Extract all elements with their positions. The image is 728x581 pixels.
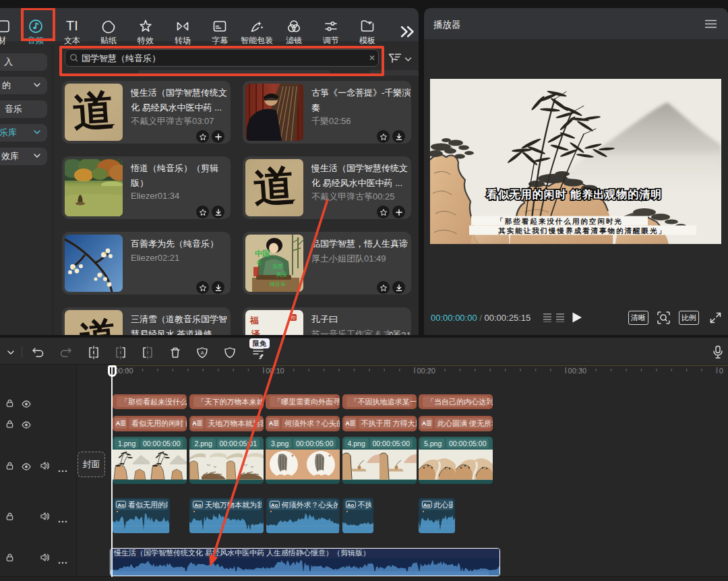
svg-text:0: 0	[719, 367, 723, 375]
svg-text:00:20: 00:20	[417, 367, 435, 375]
svg-text:福: 福	[249, 315, 259, 326]
svg-text:道: 道	[252, 162, 297, 211]
svg-text:其实能让我们慢慢养成看清事物的清醒眼光」: 其实能让我们慢慢养成看清事物的清醒眼光」	[498, 226, 667, 235]
svg-text:印: 印	[291, 315, 296, 320]
svg-text:看似无用的闲时 能养出观物的清明: 看似无用的闲时 能养出观物的清明	[486, 188, 662, 200]
svg-text:名: 名	[256, 259, 262, 266]
svg-text:纯音乐: 纯音乐	[270, 281, 286, 287]
svg-text:风朵: 风朵	[276, 272, 287, 278]
svg-text:00:10: 00:10	[266, 367, 284, 375]
svg-text:道: 道	[71, 86, 117, 135]
svg-text:中国: 中国	[255, 249, 270, 257]
svg-text:TI: TI	[66, 18, 78, 33]
svg-text:A: A	[201, 350, 204, 355]
svg-text:道: 道	[78, 314, 119, 335]
svg-text:00:30: 00:30	[568, 367, 587, 375]
svg-text:泽: 泽	[251, 329, 260, 335]
svg-text:00:00: 00:00	[115, 367, 133, 375]
svg-text:东晋: 东晋	[272, 264, 283, 270]
svg-text:「那些看起来没什么用的空闲时光: 「那些看起来没什么用的空闲时光	[496, 217, 623, 225]
